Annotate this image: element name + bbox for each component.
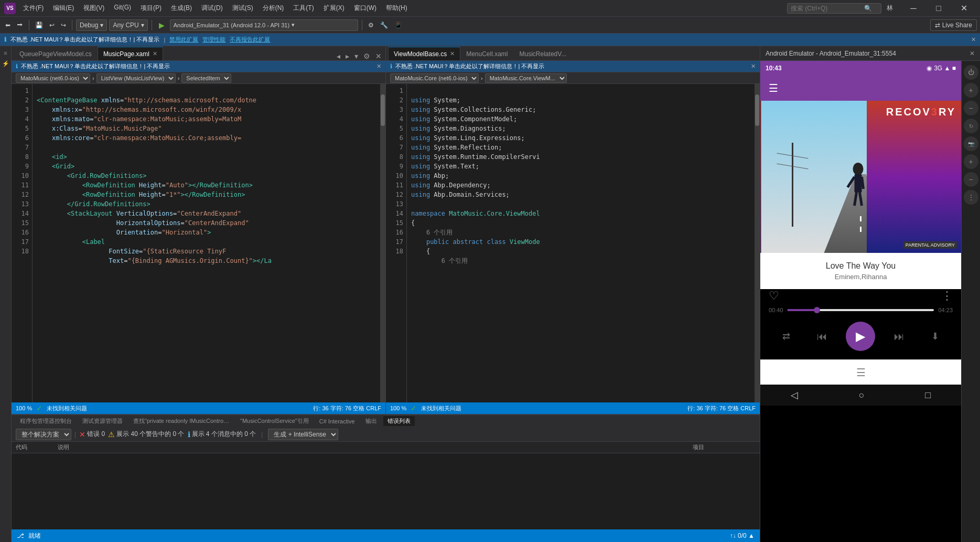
left-warning-icon: ℹ bbox=[16, 63, 18, 70]
prev-button[interactable]: ⏮ bbox=[811, 325, 834, 348]
menu-debug[interactable]: 调试(D) bbox=[197, 3, 227, 14]
bbt-errors[interactable]: 错误列表 bbox=[383, 416, 415, 426]
tab-viewmodelbase-close[interactable]: ✕ bbox=[450, 50, 455, 57]
play-button[interactable]: ▶ bbox=[846, 322, 875, 351]
right-scrollbar-thumb[interactable] bbox=[755, 94, 759, 126]
phone-bottom-nav: ☰ bbox=[760, 359, 961, 385]
emulator-vol-down-btn[interactable]: − bbox=[964, 101, 978, 115]
run-target-dropdown[interactable]: Android_Emulator_31 (Android 12.0 - API … bbox=[170, 19, 358, 31]
toolbar-undo[interactable]: ↩ bbox=[47, 19, 57, 31]
tab-list[interactable]: ▾ bbox=[353, 52, 360, 60]
config-dropdown[interactable]: Debug ▾ bbox=[76, 19, 107, 31]
tab-musicrelated-label: MusicRelatedV... bbox=[520, 50, 567, 58]
breadcrumb-project-select[interactable]: MatoMusic (net6.0-ios) bbox=[16, 73, 90, 83]
error-filter-select[interactable]: 整个解决方案 bbox=[16, 429, 71, 440]
toolbar-back[interactable]: ⬅ bbox=[3, 19, 13, 31]
nav-menu-icon[interactable]: ☰ bbox=[856, 366, 866, 379]
no-report-link[interactable]: 不再报告此扩展 bbox=[230, 36, 270, 44]
platform-dropdown[interactable]: Any CPU ▾ bbox=[109, 19, 147, 31]
bbt-console[interactable]: 程序包管理器控制台 bbox=[16, 416, 76, 426]
toolbar-misc-2[interactable]: 🔧 bbox=[378, 19, 390, 31]
tab-close-pane[interactable]: ✕ bbox=[374, 52, 383, 60]
menu-extensions[interactable]: 扩展(X) bbox=[319, 3, 349, 14]
editors-container: QueuePageViewModel.cs MusicPage.xaml ✕ ◂… bbox=[12, 46, 760, 414]
sidebar-icon-1[interactable]: ≡ bbox=[1, 48, 10, 58]
info-close[interactable]: ✕ bbox=[971, 36, 976, 43]
tab-musicpage-xaml[interactable]: MusicPage.xaml ✕ bbox=[98, 47, 163, 60]
toolbar-misc-1[interactable]: ⚙ bbox=[366, 19, 376, 31]
menu-help[interactable]: 帮助(H) bbox=[382, 3, 412, 14]
search-box[interactable]: 🔍 bbox=[787, 3, 881, 14]
tab-musicrelated[interactable]: MusicRelatedV... bbox=[514, 47, 573, 60]
breadcrumb-member-select[interactable]: SelectedItem bbox=[181, 73, 231, 83]
tab-settings[interactable]: ⚙ bbox=[362, 52, 372, 60]
search-input[interactable] bbox=[791, 5, 864, 12]
emulator-close[interactable]: ✕ bbox=[970, 50, 975, 57]
tab-scroll-right[interactable]: ▸ bbox=[344, 52, 351, 60]
menu-test[interactable]: 测试(S) bbox=[228, 3, 257, 14]
run-button[interactable]: ▶ bbox=[156, 20, 168, 30]
tab-scroll-left[interactable]: ◂ bbox=[335, 52, 342, 60]
emulator-power-btn[interactable]: ⏻ bbox=[964, 65, 978, 80]
tab-menucell[interactable]: MenuCell.xaml bbox=[460, 47, 513, 60]
live-share-button[interactable]: ⇄ Live Share bbox=[930, 19, 977, 31]
more-icon[interactable]: ⋮ bbox=[941, 289, 953, 303]
favorite-icon[interactable]: ♡ bbox=[769, 289, 779, 303]
toolbar-forward[interactable]: ⮕ bbox=[15, 19, 25, 31]
right-warning-bar: ℹ 不熟悉 .NET MAUI？单击此处以了解详细信息！| 不再显示 ✕ bbox=[386, 61, 760, 72]
disable-extension-link[interactable]: 禁用此扩展 bbox=[169, 36, 198, 44]
bbt-output[interactable]: 输出 bbox=[361, 416, 381, 426]
menu-tools[interactable]: 工具(T) bbox=[289, 3, 318, 14]
next-button[interactable]: ⏭ bbox=[888, 325, 911, 348]
tab-viewmodelbase[interactable]: ViewModelBase.cs ✕ bbox=[388, 47, 460, 60]
tab-queuepageviewmodel[interactable]: QueuePageViewModel.cs bbox=[14, 47, 98, 60]
menu-view[interactable]: 视图(V) bbox=[79, 3, 109, 14]
sidebar-icon-2[interactable]: ⚡ bbox=[1, 59, 10, 68]
left-scrollbar-thumb[interactable] bbox=[381, 94, 385, 126]
right-breadcrumb-member-select[interactable]: MatoMusic.Core.ViewM... bbox=[485, 73, 567, 83]
bottom-panel: 程序包管理器控制台 测试资源管理器 查找"private readonly IM… bbox=[12, 414, 760, 529]
emulator-screenshot-btn[interactable]: 📷 bbox=[964, 136, 978, 151]
breadcrumb-view-select[interactable]: ListView (MusicListView) bbox=[96, 73, 176, 83]
phone-recent-icon[interactable]: □ bbox=[925, 390, 931, 401]
right-scrollbar[interactable] bbox=[755, 84, 760, 402]
emulator-vol-up-btn[interactable]: + bbox=[964, 83, 978, 98]
bbt-ref[interactable]: "MusicControlService"引用 bbox=[236, 416, 313, 426]
bbt-test[interactable]: 测试资源管理器 bbox=[78, 416, 127, 426]
menu-edit[interactable]: 编辑(E) bbox=[49, 3, 78, 14]
build-option-select[interactable]: 生成 + IntelliSense bbox=[268, 429, 338, 440]
emulator-more-btn[interactable]: ⋮ bbox=[964, 190, 978, 205]
left-scrollbar[interactable] bbox=[380, 84, 385, 402]
menu-build[interactable]: 生成(B) bbox=[167, 3, 196, 14]
bbt-csharp[interactable]: C# Interactive bbox=[315, 417, 359, 426]
right-warning-close[interactable]: ✕ bbox=[751, 63, 756, 70]
menu-project[interactable]: 项目(P) bbox=[136, 3, 166, 14]
menu-git[interactable]: Git(G) bbox=[110, 3, 135, 14]
phone-home-icon[interactable]: ○ bbox=[859, 390, 865, 401]
progress-bar[interactable] bbox=[788, 309, 934, 311]
close-button[interactable]: ✕ bbox=[952, 0, 976, 17]
toolbar-redo[interactable]: ↪ bbox=[59, 19, 68, 31]
right-code-content[interactable]: using System; using System.Collections.G… bbox=[407, 84, 755, 402]
right-breadcrumb-project-select[interactable]: MatoMusic.Core (net6.0-ios) bbox=[390, 73, 479, 83]
minimize-button[interactable]: ─ bbox=[901, 0, 925, 17]
toolbar-save[interactable]: 💾 bbox=[33, 19, 45, 31]
toolbar-misc-3[interactable]: 📱 bbox=[392, 19, 404, 31]
emulator-zoom-in-btn[interactable]: + bbox=[964, 154, 978, 169]
tab-musicpage-xaml-close[interactable]: ✕ bbox=[153, 50, 157, 57]
left-code-content[interactable]: <ContentPageBase xmlns="http://schemas.m… bbox=[33, 84, 380, 402]
progress-thumb[interactable] bbox=[814, 307, 820, 313]
emulator-zoom-out-btn[interactable]: − bbox=[964, 172, 978, 187]
menu-window[interactable]: 窗口(W) bbox=[350, 3, 381, 14]
left-warning-close[interactable]: ✕ bbox=[376, 63, 381, 70]
bbt-find[interactable]: 查找"private readonly IMusicControlService… bbox=[129, 416, 234, 426]
manage-performance-link[interactable]: 管理性能 bbox=[202, 36, 225, 44]
menu-analyze[interactable]: 分析(N) bbox=[259, 3, 288, 14]
menu-file[interactable]: 文件(F) bbox=[19, 3, 48, 14]
hamburger-icon[interactable]: ☰ bbox=[769, 82, 778, 94]
shuffle-button[interactable]: ⇄ bbox=[775, 325, 798, 348]
download-button[interactable]: ⬇ bbox=[923, 325, 946, 348]
maximize-button[interactable]: □ bbox=[927, 0, 951, 17]
phone-back-icon[interactable]: ◁ bbox=[791, 389, 798, 401]
emulator-rotate-btn[interactable]: ↻ bbox=[964, 119, 978, 133]
